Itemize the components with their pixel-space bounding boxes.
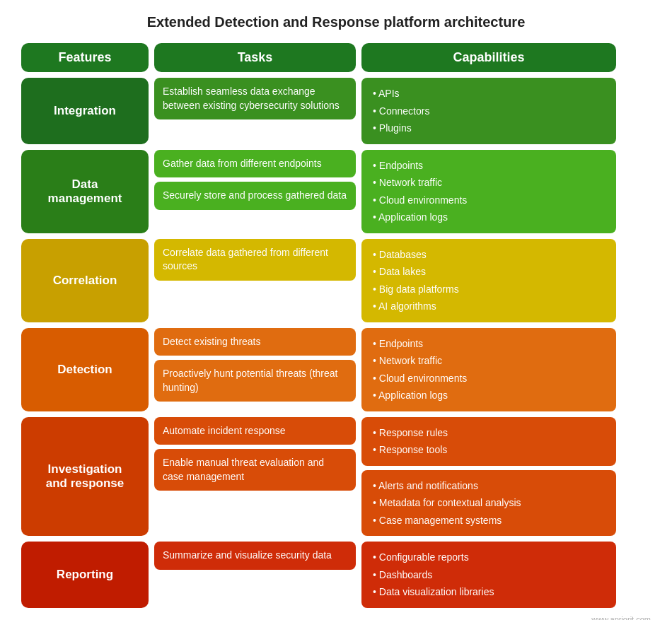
task-correlation-0: Correlate data gathered from different s…: [154, 239, 356, 281]
cap-item: Configurable reports: [373, 549, 605, 566]
cap-investigation-0: Response rulesResponse tools: [361, 417, 616, 466]
cap-reporting-0: Configurable reportsDashboardsData visua…: [361, 542, 616, 608]
caps-detection: EndpointsNetwork trafficCloud environmen…: [361, 328, 616, 411]
tasks-detection: Detect existing threatsProactively hunt …: [154, 328, 356, 411]
cap-item: Network traffic: [373, 352, 605, 370]
feature-data-management: Data management: [21, 150, 149, 233]
architecture-grid: Features Tasks Capabilities IntegrationE…: [21, 43, 651, 608]
cap-detection-0: EndpointsNetwork trafficCloud environmen…: [361, 328, 616, 411]
cap-item: Application logs: [373, 387, 605, 404]
caps-correlation: DatabasesData lakesBig data platformsAI …: [361, 239, 616, 322]
cap-correlation-0: DatabasesData lakesBig data platformsAI …: [361, 239, 616, 322]
row-integration: IntegrationEstablish seamless data excha…: [21, 78, 651, 144]
row-reporting: ReportingSummarize and visualize securit…: [21, 542, 651, 608]
tasks-reporting: Summarize and visualize security data: [154, 542, 356, 608]
feature-investigation: Investigation and response: [21, 417, 149, 537]
cap-item: Plugins: [373, 119, 605, 137]
cap-item: Cloud environments: [373, 192, 605, 209]
task-investigation-0: Automate incident response: [154, 417, 356, 445]
cap-item: Dashboards: [373, 566, 605, 584]
cap-item: Databases: [373, 246, 605, 264]
cap-item: Cloud environments: [373, 370, 605, 387]
cap-item: Endpoints: [373, 335, 605, 353]
feature-reporting: Reporting: [21, 542, 149, 608]
caps-integration: APIsConnectorsPlugins: [361, 78, 616, 144]
cap-item: Data lakes: [373, 263, 605, 281]
feature-detection: Detection: [21, 328, 149, 411]
cap-data-management-0: EndpointsNetwork trafficCloud environmen…: [361, 150, 616, 233]
row-data-management: Data managementGather data from differen…: [21, 150, 651, 233]
task-detection-1: Proactively hunt potential threats (thre…: [154, 360, 356, 402]
cap-item: Case management systems: [373, 512, 605, 530]
row-detection: DetectionDetect existing threatsProactiv…: [21, 328, 651, 411]
row-investigation: Investigation and responseAutomate incid…: [21, 417, 651, 537]
caps-reporting: Configurable reportsDashboardsData visua…: [361, 542, 616, 608]
cap-item: Metadata for contextual analysis: [373, 494, 605, 512]
tasks-data-management: Gather data from different endpointsSecu…: [154, 150, 356, 233]
cap-item: Application logs: [373, 209, 605, 226]
tasks-integration: Establish seamless data exchange between…: [154, 78, 356, 144]
cap-investigation-1: Alerts and notificationsMetadata for con…: [361, 470, 616, 537]
cap-item: Big data platforms: [373, 281, 605, 298]
cap-item: Response rules: [373, 424, 605, 442]
rows-container: IntegrationEstablish seamless data excha…: [21, 78, 651, 608]
feature-integration: Integration: [21, 78, 149, 144]
task-detection-0: Detect existing threats: [154, 328, 356, 356]
cap-item: Network traffic: [373, 174, 605, 192]
header-features: Features: [21, 43, 149, 72]
header-row: Features Tasks Capabilities: [21, 43, 651, 72]
page-title: Extended Detection and Response platform…: [21, 14, 651, 30]
tasks-correlation: Correlate data gathered from different s…: [154, 239, 356, 322]
cap-item: Response tools: [373, 441, 605, 459]
task-data-management-0: Gather data from different endpoints: [154, 150, 356, 178]
cap-item: Data visualization libraries: [373, 583, 605, 601]
header-capabilities: Capabilities: [361, 43, 616, 72]
cap-integration-0: APIsConnectorsPlugins: [361, 78, 616, 144]
cap-item: Endpoints: [373, 157, 605, 175]
row-correlation: CorrelationCorrelate data gathered from …: [21, 239, 651, 322]
caps-data-management: EndpointsNetwork trafficCloud environmen…: [361, 150, 616, 233]
task-integration-0: Establish seamless data exchange between…: [154, 78, 356, 119]
tasks-investigation: Automate incident responseEnable manual …: [154, 417, 356, 537]
feature-correlation: Correlation: [21, 239, 149, 322]
task-investigation-1: Enable manual threat evaluation and case…: [154, 449, 356, 491]
header-tasks: Tasks: [154, 43, 356, 72]
task-reporting-0: Summarize and visualize security data: [154, 542, 356, 570]
cap-item: AI algorithms: [373, 298, 605, 315]
task-data-management-1: Securely store and process gathered data: [154, 182, 356, 210]
watermark: www.apriorit.com: [21, 615, 651, 621]
caps-investigation: Response rulesResponse toolsAlerts and n…: [361, 417, 616, 537]
cap-item: Alerts and notifications: [373, 477, 605, 495]
cap-item: APIs: [373, 85, 605, 103]
cap-item: Connectors: [373, 103, 605, 120]
